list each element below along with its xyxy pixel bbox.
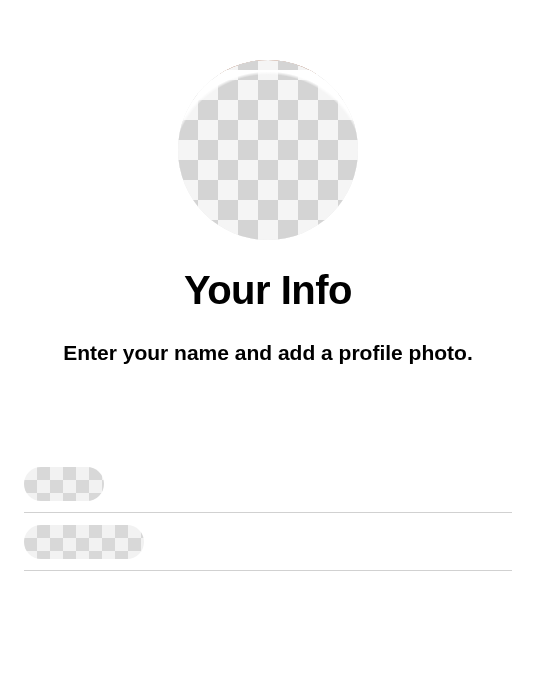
profile-photo-button[interactable] (178, 60, 358, 240)
page-subtitle: Enter your name and add a profile photo. (43, 341, 493, 365)
name-form (0, 455, 536, 571)
first-name-field[interactable] (24, 455, 512, 513)
page-title: Your Info (184, 268, 352, 313)
profile-setup-screen: Your Info Enter your name and add a prof… (0, 0, 536, 571)
last-name-field[interactable] (24, 513, 512, 571)
